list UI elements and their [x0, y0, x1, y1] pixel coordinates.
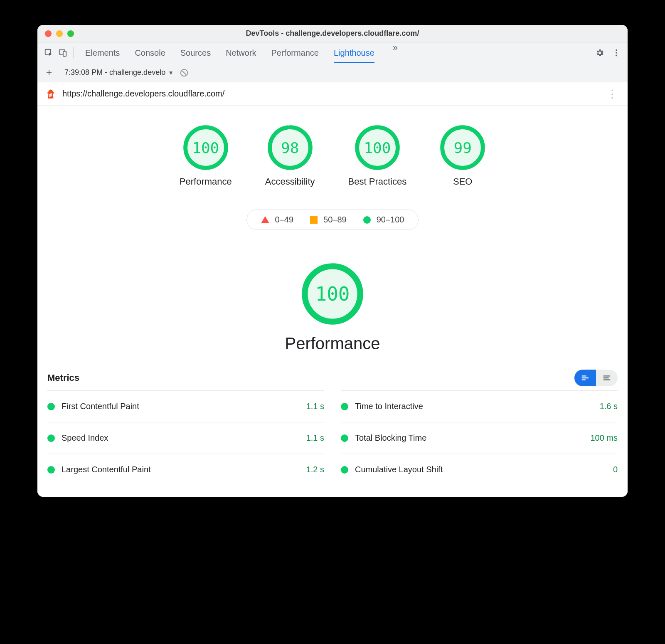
tabs-overflow-icon[interactable]: » [389, 42, 401, 63]
legend-fail: 0–49 [261, 215, 294, 225]
traffic-lights [37, 30, 74, 37]
gauge-label: Best Practices [348, 176, 407, 187]
tab-elements[interactable]: Elements [85, 42, 120, 63]
svg-point-4 [616, 52, 617, 54]
gauge-best-practices[interactable]: 100 Best Practices [348, 125, 407, 187]
lighthouse-toolbar: 7:39:08 PM - challenge.develo ▼ [37, 63, 628, 82]
metric-row[interactable]: Largest Contentful Paint 1.2 s [47, 454, 324, 485]
minimize-window-icon[interactable] [56, 30, 63, 37]
score-legend: 0–49 50–89 90–100 [246, 210, 419, 230]
gauge-seo[interactable]: 99 SEO [440, 125, 485, 187]
metric-row[interactable]: Speed Index 1.1 s [47, 422, 324, 454]
legend-average-label: 50–89 [323, 215, 347, 225]
inspect-element-icon[interactable] [42, 46, 56, 60]
report-content: 100 Performance 98 Accessibility [37, 106, 628, 497]
legend-average: 50–89 [310, 215, 347, 225]
metric-value: 100 ms [590, 433, 618, 443]
gauge-ring-icon: 100 [301, 263, 364, 325]
new-report-button[interactable] [42, 66, 56, 79]
metric-name: Speed Index [62, 433, 108, 443]
close-window-icon[interactable] [45, 30, 52, 37]
tab-performance[interactable]: Performance [271, 42, 319, 63]
metric-name: Total Blocking Time [355, 433, 426, 443]
metrics-grid: First Contentful Paint 1.1 s Speed Index… [37, 390, 628, 497]
status-pass-icon [47, 434, 55, 442]
metric-name: Largest Contentful Paint [62, 465, 151, 474]
divider-icon [60, 68, 60, 78]
metric-value: 1.2 s [306, 465, 324, 474]
metric-name: First Contentful Paint [62, 402, 139, 411]
report-url: https://challenge.developers.cloudflare.… [62, 89, 604, 99]
view-expanded-button[interactable] [596, 370, 618, 386]
performance-score: 100 [301, 263, 364, 325]
circle-pass-icon [363, 216, 371, 224]
window-title: DevTools - challenge.developers.cloudfla… [37, 29, 628, 38]
metric-value: 1.6 s [600, 402, 618, 411]
legend-pass: 90–100 [363, 215, 404, 225]
metric-value: 1.1 s [306, 402, 324, 411]
svg-point-3 [616, 49, 617, 51]
gauge-score: 100 [355, 125, 400, 170]
svg-rect-2 [63, 51, 66, 56]
devtools-menu-icon[interactable] [609, 46, 623, 60]
report-urlbar: https://challenge.developers.cloudflare.… [37, 82, 628, 106]
performance-title: Performance [285, 334, 380, 353]
gauge-label: Performance [180, 176, 232, 187]
triangle-fail-icon [261, 216, 269, 223]
main-tabrow: Elements Console Sources Network Perform… [37, 42, 628, 63]
status-pass-icon [47, 466, 55, 474]
status-pass-icon [341, 434, 348, 442]
report-selector-label: 7:39:08 PM - challenge.develo [64, 68, 165, 77]
panel-tabs: Elements Console Sources Network Perform… [85, 42, 593, 63]
gauge-label: Accessibility [265, 176, 315, 187]
metrics-view-toggle [574, 370, 618, 386]
legend-pass-label: 90–100 [377, 215, 404, 225]
gauge-ring-icon: 100 [355, 125, 400, 170]
lighthouse-logo-icon [45, 88, 57, 100]
gauge-accessibility[interactable]: 98 Accessibility [265, 125, 315, 187]
clear-icon[interactable] [180, 68, 189, 77]
chevron-down-icon: ▼ [168, 69, 174, 76]
tab-network[interactable]: Network [226, 42, 256, 63]
device-toolbar-icon[interactable] [56, 46, 70, 60]
legend-fail-label: 0–49 [275, 215, 294, 225]
report-menu-icon[interactable]: ⋮ [604, 89, 620, 99]
gauge-score: 98 [267, 125, 313, 170]
metric-value: 0 [613, 465, 618, 474]
divider-icon [73, 47, 74, 58]
view-compact-button[interactable] [574, 370, 596, 386]
settings-gear-icon[interactable] [593, 46, 607, 60]
tab-lighthouse[interactable]: Lighthouse [334, 42, 374, 63]
status-pass-icon [341, 403, 348, 410]
metric-row[interactable]: Total Blocking Time 100 ms [341, 422, 618, 454]
titlebar: DevTools - challenge.developers.cloudfla… [37, 25, 628, 42]
gauge-score: 100 [183, 125, 229, 170]
tab-sources[interactable]: Sources [180, 42, 211, 63]
gauge-label: SEO [453, 176, 472, 187]
metric-name: Cumulative Layout Shift [355, 465, 443, 474]
svg-point-5 [616, 54, 617, 56]
metric-value: 1.1 s [306, 433, 324, 443]
gauge-performance[interactable]: 100 Performance [180, 125, 232, 187]
performance-section: 100 Performance [37, 250, 628, 370]
maximize-window-icon[interactable] [67, 30, 74, 37]
tab-console[interactable]: Console [135, 42, 165, 63]
gauge-ring-icon: 100 [183, 125, 229, 170]
status-pass-icon [341, 466, 348, 474]
metric-row[interactable]: First Contentful Paint 1.1 s [47, 390, 324, 422]
metric-row[interactable]: Time to Interactive 1.6 s [341, 390, 618, 422]
metric-name: Time to Interactive [355, 402, 423, 411]
status-pass-icon [47, 403, 55, 410]
gauge-ring-icon: 98 [267, 125, 313, 170]
metrics-header: Metrics [37, 370, 628, 390]
square-average-icon [310, 216, 318, 224]
score-gauges: 100 Performance 98 Accessibility [37, 106, 628, 195]
metric-row[interactable]: Cumulative Layout Shift 0 [341, 454, 618, 485]
devtools-window: DevTools - challenge.developers.cloudfla… [37, 25, 628, 497]
metrics-heading: Metrics [47, 373, 79, 383]
gauge-ring-icon: 99 [440, 125, 485, 170]
report-selector[interactable]: 7:39:08 PM - challenge.develo ▼ [64, 68, 174, 77]
gauge-score: 99 [440, 125, 485, 170]
